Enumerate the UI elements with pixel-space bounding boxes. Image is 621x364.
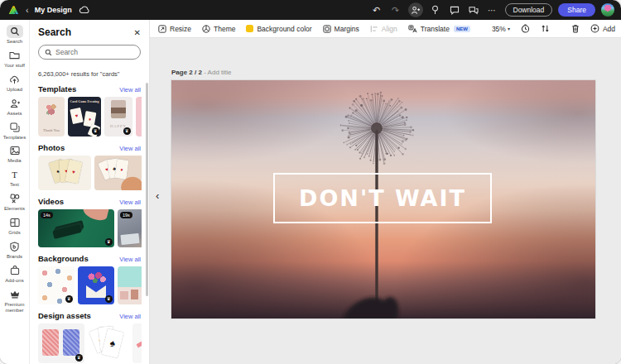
media-icon — [7, 144, 23, 157]
videos-row: 14s ♛ 19s — [38, 209, 142, 247]
align-button[interactable]: Align — [370, 25, 397, 33]
premium-crown-icon: ♛ — [75, 354, 83, 362]
section-title-backgrounds: Backgrounds — [38, 254, 89, 263]
premium-member-icon — [7, 288, 23, 301]
sidebar-item-brands[interactable]: Brands — [0, 237, 30, 261]
resize-button[interactable]: Resize — [158, 25, 191, 33]
undo-icon[interactable]: ↶ — [370, 3, 383, 17]
template-thumb-4[interactable] — [136, 97, 142, 136]
elements-icon — [7, 192, 23, 205]
theme-icon — [202, 25, 210, 33]
close-panel-icon[interactable]: ✕ — [134, 28, 141, 37]
design-asset-thumb-2[interactable]: ♦ ♣ ♠ — [88, 323, 129, 363]
delete-page-button[interactable] — [571, 24, 580, 33]
add-collaborator-icon[interactable] — [408, 2, 423, 17]
view-all-photos[interactable]: View all — [119, 145, 141, 152]
resize-icon — [158, 25, 166, 33]
search-panel: Search ✕ Search 6,263,000+ results for "… — [30, 20, 150, 364]
results-count: 6,263,000+ results for "cards" — [38, 70, 141, 78]
brands-shield-icon — [7, 240, 23, 253]
sidebar-item-text[interactable]: T Text — [0, 165, 30, 189]
chevron-down-icon: ▾ — [508, 26, 510, 31]
design-asset-thumb-3[interactable] — [132, 323, 142, 363]
background-thumb-1[interactable]: ♛ — [38, 266, 75, 304]
template-thumb-3[interactable]: HAPPY ♛ — [104, 97, 132, 136]
main-area: Resize Theme Background color Margins Al… — [150, 20, 621, 364]
more-options-icon[interactable]: ⋯ — [486, 3, 499, 17]
page-label[interactable]: Page 2 / 2 - Add title — [171, 69, 232, 76]
page-duration-button[interactable] — [521, 24, 530, 33]
sidebar-item-add-ons[interactable]: Add-ons — [0, 261, 30, 285]
premium-crown-icon: ♛ — [105, 295, 113, 303]
section-title-templates: Templates — [38, 84, 76, 93]
overlay-text[interactable]: DON'T WAIT — [299, 185, 466, 211]
sidebar-item-your-stuff[interactable]: Your stuff — [0, 46, 30, 70]
premium-crown-icon: ♛ — [65, 295, 73, 303]
background-color-button[interactable]: Background color — [246, 25, 311, 33]
download-button[interactable]: Download — [505, 3, 553, 17]
translate-button[interactable]: Translate NEW — [408, 25, 470, 33]
sidebar-item-search[interactable]: Search — [0, 22, 30, 46]
upload-cloud-icon — [7, 73, 23, 86]
back-icon[interactable]: ‹ — [26, 6, 29, 15]
photo-thumb-2[interactable]: ♥ ♣ ♦ — [94, 156, 142, 190]
share-button[interactable]: Share — [558, 3, 595, 17]
sidebar-item-premium[interactable]: Premium member — [0, 285, 30, 315]
design-canvas[interactable]: DON'T WAIT — [171, 80, 595, 318]
zoom-level-select[interactable]: 35% ▾ — [492, 25, 510, 33]
sidebar-item-grids[interactable]: Grids — [0, 213, 30, 237]
video-thumb-1[interactable]: 14s ♛ — [38, 209, 114, 247]
panel-title: Search — [38, 26, 71, 38]
section-title-videos: Videos — [38, 197, 64, 206]
new-badge: NEW — [454, 26, 470, 32]
text-tool-icon: T — [7, 168, 23, 181]
view-all-design-assets[interactable]: View all — [119, 313, 141, 320]
sidebar-item-assets[interactable]: Assets — [0, 94, 30, 118]
template-thumb-1[interactable]: Thank You — [38, 97, 65, 136]
user-avatar[interactable] — [601, 3, 614, 17]
pin-icon[interactable] — [429, 3, 442, 17]
view-all-backgrounds[interactable]: View all — [119, 256, 141, 263]
templates-row: Thank You Card Game Evening ♥ ♦ ♠ ♛ HAPP… — [38, 97, 142, 136]
adobe-logo-icon[interactable] — [7, 3, 20, 17]
photos-row: ♠ ♥ ♥ ♥ ♣ ♦ — [38, 156, 142, 190]
sidebar-item-upload[interactable]: Upload — [0, 70, 30, 94]
left-nav-rail: Search Your stuff Upload Assets — [0, 20, 30, 364]
photo-thumb-1[interactable]: ♠ ♥ ♥ — [38, 156, 91, 190]
document-title[interactable]: My Design — [35, 6, 72, 14]
sidebar-item-templates[interactable]: Templates — [0, 118, 30, 142]
theme-button[interactable]: Theme — [202, 25, 235, 33]
reorder-pages-button[interactable] — [541, 24, 550, 33]
video-thumb-2[interactable]: 19s — [118, 209, 142, 247]
section-title-photos: Photos — [38, 143, 65, 152]
panel-scrollbar[interactable] — [146, 83, 148, 296]
trash-icon — [571, 24, 580, 33]
view-all-templates[interactable]: View all — [119, 86, 141, 93]
timer-icon — [521, 24, 530, 33]
design-asset-thumb-1[interactable]: ♛ — [38, 323, 84, 363]
margins-button[interactable]: Margins — [323, 25, 359, 33]
view-all-videos[interactable]: View all — [119, 199, 141, 206]
add-ons-icon — [7, 264, 23, 277]
chat-feedback-icon[interactable] — [467, 3, 480, 17]
sidebar-item-elements[interactable]: Elements — [0, 189, 30, 213]
align-icon — [370, 25, 378, 33]
template-thumb-2[interactable]: Card Game Evening ♥ ♦ ♠ ♛ — [68, 97, 101, 136]
cloud-sync-icon[interactable] — [78, 3, 91, 17]
redo-icon[interactable]: ↷ — [389, 3, 402, 17]
margins-icon — [323, 25, 331, 33]
search-input[interactable]: Search — [38, 45, 141, 60]
grids-icon — [7, 216, 23, 229]
text-frame[interactable]: DON'T WAIT — [273, 173, 492, 223]
comment-icon[interactable] — [448, 3, 461, 17]
backgrounds-row: ♛ ♛ — [38, 266, 142, 304]
translate-icon — [408, 25, 417, 33]
collapse-panel-icon[interactable]: ‹ — [156, 189, 159, 202]
app-window: ‹ My Design ↶ ↷ — [0, 0, 621, 364]
background-color-swatch-icon — [246, 25, 253, 32]
background-thumb-3[interactable] — [118, 266, 142, 304]
add-page-button[interactable]: Add — [590, 24, 615, 33]
search-input-icon — [45, 49, 52, 56]
sidebar-item-media[interactable]: Media — [0, 141, 30, 165]
background-thumb-2[interactable]: ♛ — [78, 266, 114, 304]
